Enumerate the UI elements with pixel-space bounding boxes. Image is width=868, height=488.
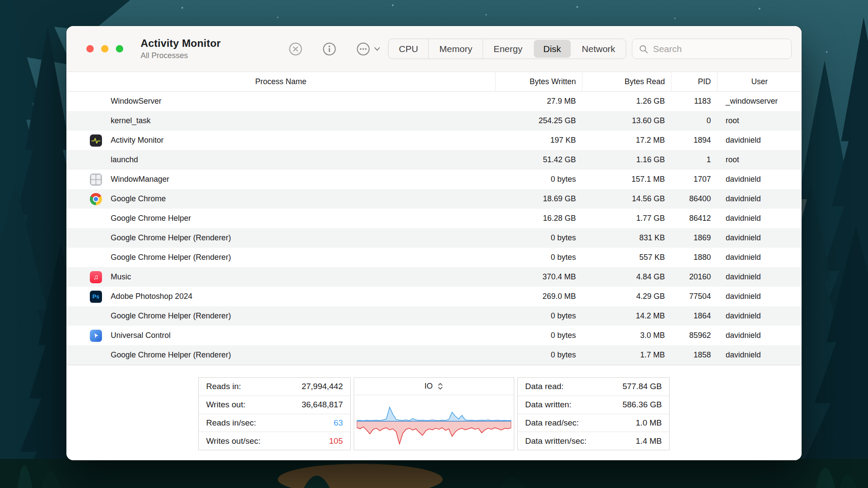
io-chart-panel: IO (354, 377, 514, 450)
app-icon-slot (90, 115, 102, 127)
stat-label: Reads in: (206, 382, 241, 391)
stat-value: 63 (334, 418, 343, 428)
process-name-cell: WindowManager (66, 174, 495, 186)
traffic-lights (86, 45, 123, 52)
tab-network[interactable]: Network (572, 39, 626, 59)
app-icon-slot (90, 134, 102, 147)
app-icon-slot (90, 349, 102, 361)
table-row[interactable]: launchd51.42 GB1.16 GB1root (66, 150, 802, 170)
bytes-written-cell: 0 bytes (495, 331, 582, 340)
column-header-bytes-written[interactable]: Bytes Written (495, 72, 582, 91)
process-name: Google Chrome (111, 194, 166, 203)
pid-cell: 85962 (671, 331, 717, 340)
column-header-user[interactable]: User (717, 72, 802, 91)
process-name: Google Chrome Helper (Renderer) (111, 350, 231, 360)
tab-cpu[interactable]: CPU (388, 39, 428, 59)
user-cell: davidnield (717, 272, 802, 282)
process-name-cell: Google Chrome Helper (Renderer) (66, 310, 495, 322)
user-cell: davidnield (717, 175, 802, 184)
table-row[interactable]: Google Chrome Helper (Renderer)0 bytes83… (66, 228, 802, 248)
pid-cell: 86412 (671, 214, 717, 223)
bytes-written-cell: 0 bytes (495, 350, 582, 360)
table-row[interactable]: Activity Monitor197 KB17.2 MB1894davidni… (66, 131, 802, 150)
inspect-process-button[interactable] (322, 42, 337, 56)
minimize-button[interactable] (101, 45, 108, 52)
stat-value: 1.4 MB (636, 436, 662, 446)
tab-disk[interactable]: Disk (534, 40, 571, 58)
close-button[interactable] (86, 45, 94, 52)
bytes-read-cell: 557 KB (582, 253, 671, 262)
process-name: Google Chrome Helper (Renderer) (111, 233, 231, 242)
tab-energy[interactable]: Energy (483, 39, 533, 59)
process-name: Activity Monitor (111, 136, 164, 145)
user-cell: davidnield (717, 292, 802, 301)
chevron-down-icon (373, 46, 381, 52)
process-name: Universal Control (111, 331, 171, 340)
user-cell: davidnield (717, 311, 802, 321)
toolbar: Activity Monitor All Processes (66, 26, 802, 72)
table-row[interactable]: Universal Control0 bytes3.0 MB85962david… (66, 326, 802, 345)
user-cell: davidnield (717, 233, 802, 242)
io-chart-svg (357, 396, 511, 449)
stat-row: Reads in/sec:63 (199, 414, 350, 432)
bytes-read-cell: 17.2 MB (582, 136, 671, 145)
more-options-button[interactable] (356, 42, 381, 56)
tab-memory[interactable]: Memory (428, 39, 483, 59)
stat-row: Writes out/sec:105 (199, 432, 350, 450)
table-row[interactable]: Google Chrome Helper (Renderer)0 bytes1.… (66, 345, 802, 365)
app-icon-slot: Ps (90, 291, 102, 303)
process-name-cell: kernel_task (66, 115, 495, 127)
pid-cell: 86400 (671, 194, 717, 203)
process-table-body: WindowServer27.9 MB1.26 GB1183_windowser… (66, 92, 802, 365)
view-segmented-control: CPUMemoryEnergyDiskNetwork (388, 39, 626, 59)
quit-process-button[interactable] (288, 42, 303, 56)
stat-row: Data read/sec:1.0 MB (518, 414, 669, 432)
table-row[interactable]: Google Chrome Helper (Renderer)0 bytes55… (66, 248, 802, 267)
pid-cell: 1707 (671, 175, 717, 184)
table-row[interactable]: Google Chrome Helper (Renderer)0 bytes14… (66, 306, 802, 326)
stat-row: Data read:577.84 GB (518, 378, 669, 396)
process-name: Music (111, 272, 131, 282)
table-row[interactable]: WindowServer27.9 MB1.26 GB1183_windowser… (66, 92, 802, 111)
stat-label: Writes out: (206, 400, 245, 409)
stat-value: 36,648,817 (302, 400, 343, 409)
bytes-read-cell: 1.16 GB (582, 155, 671, 164)
stat-value: 27,994,442 (302, 382, 343, 391)
process-name-cell: ♫Music (66, 271, 495, 283)
pid-cell: 77504 (671, 292, 717, 301)
process-name-cell: Google Chrome Helper (66, 213, 495, 225)
column-header-pid[interactable]: PID (671, 72, 717, 91)
process-name-cell: Google Chrome (66, 193, 495, 205)
title-block: Activity Monitor All Processes (141, 37, 232, 60)
zoom-button[interactable] (116, 45, 123, 52)
user-cell: davidnield (717, 194, 802, 203)
pid-cell: 1880 (671, 253, 717, 262)
app-icon-slot (90, 232, 102, 244)
column-header-bytes-read[interactable]: Bytes Read (582, 72, 671, 91)
io-popup-button[interactable]: IO (354, 378, 514, 395)
process-name-cell: Google Chrome Helper (Renderer) (66, 252, 495, 264)
bytes-written-cell: 16.28 GB (495, 214, 582, 223)
bytes-written-cell: 27.9 MB (495, 97, 582, 106)
info-circle-icon (322, 42, 337, 56)
app-icon-slot (90, 213, 102, 225)
user-cell: root (717, 155, 802, 164)
table-row[interactable]: ♫Music370.4 MB4.84 GB20160davidnield (66, 267, 802, 287)
search-field[interactable] (632, 39, 792, 59)
table-row[interactable]: PsAdobe Photoshop 2024269.0 MB4.29 GB775… (66, 287, 802, 306)
stat-label: Reads in/sec: (206, 418, 256, 428)
pid-cell: 0 (671, 116, 717, 125)
io-chart (354, 395, 514, 450)
bytes-written-cell: 0 bytes (495, 233, 582, 242)
search-input[interactable] (653, 44, 785, 54)
search-icon (638, 43, 648, 55)
table-row[interactable]: Google Chrome Helper16.28 GB1.77 GB86412… (66, 209, 802, 228)
pid-cell: 1183 (671, 97, 717, 106)
stats-footer: Reads in:27,994,442Writes out:36,648,817… (66, 365, 802, 460)
table-row[interactable]: WindowManager0 bytes157.1 MB1707davidnie… (66, 170, 802, 189)
column-header-process-name[interactable]: Process Name (66, 72, 495, 91)
table-row[interactable]: Google Chrome18.69 GB14.56 GB86400davidn… (66, 189, 802, 209)
stat-label: Writes out/sec: (206, 436, 260, 446)
table-row[interactable]: kernel_task254.25 GB13.60 GB0root (66, 111, 802, 131)
stat-label: Data read/sec: (525, 418, 579, 428)
